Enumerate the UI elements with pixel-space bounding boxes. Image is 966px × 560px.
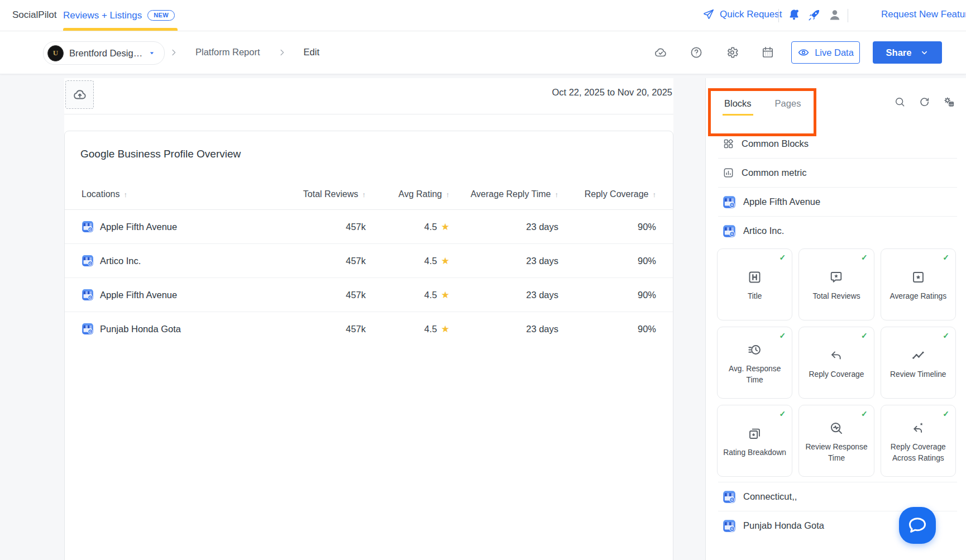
total-reviews-value: 457k [282, 324, 366, 334]
column-header-reply-coverage[interactable]: Reply Coverage ↑ [558, 189, 656, 199]
avg-reply-time-value: 23 days [449, 256, 558, 266]
tab-reviews-listings[interactable]: Reviews + Listings NEW [63, 0, 175, 31]
location-cell: Apple Fifth Avenue [82, 221, 282, 233]
check-icon: ✓ [943, 409, 949, 418]
brand-logo[interactable]: SocialPilot [12, 9, 56, 21]
top-nav: SocialPilot Reviews + Listings NEW Quick… [0, 0, 966, 31]
block-card-label: Reply Coverage Across Ratings [886, 442, 951, 463]
sidebar-header: Blocks Pages [706, 78, 966, 130]
block-card-total-reviews[interactable]: ✓ Total Reviews [798, 248, 874, 320]
sidebar-header-actions [894, 96, 955, 108]
location-cell: Punjab Honda Gota [82, 323, 282, 335]
total-reviews-value: 457k [282, 222, 366, 232]
report-toolbar: U Brentford Desig… Platform Report Edit [0, 31, 966, 74]
sidebar-item-label: Apple Fifth Avenue [743, 197, 820, 207]
cloud-saved-icon[interactable] [654, 46, 667, 59]
table-row: Apple Fifth Avenue 457k 4.5★ 23 days 90% [65, 210, 673, 244]
google-business-profile-icon [82, 323, 94, 335]
search-icon[interactable] [894, 96, 906, 108]
share-button[interactable]: Share [873, 41, 942, 64]
tab-label: Reviews + Listings [63, 10, 142, 21]
reply-arrow-icon [829, 348, 844, 363]
notifications-bell-icon[interactable] [787, 8, 801, 22]
breadcrumb: Platform Report Edit [169, 31, 319, 74]
check-icon: ✓ [861, 409, 868, 418]
block-card-review-response-time[interactable]: ✓ Review Response Time [798, 405, 874, 477]
block-card-average-ratings[interactable]: ✓ Average Ratings [881, 248, 956, 320]
report-canvas: Oct 22, 2025 to Nov 20, 2025 Google Busi… [64, 78, 673, 560]
star-square-icon [911, 270, 926, 285]
live-data-button[interactable]: Live Data [791, 41, 860, 64]
calendar-icon[interactable] [761, 46, 774, 59]
blocks-sidebar: Blocks Pages [705, 78, 966, 560]
block-card-reply-coverage[interactable]: ✓ Reply Coverage [798, 327, 874, 399]
chevron-down-icon [920, 49, 929, 57]
sidebar-item-common-metric[interactable]: Common metric [718, 159, 957, 188]
account-name: Brentford Desig… [69, 48, 142, 59]
paper-plane-icon [702, 8, 715, 21]
block-card-label: Average Ratings [890, 291, 946, 301]
refresh-icon[interactable] [919, 96, 930, 108]
rating-copy-star-icon [747, 426, 762, 441]
block-settings-icon[interactable] [943, 96, 955, 108]
sidebar-tabs: Blocks Pages [723, 98, 802, 116]
sidebar-item-location[interactable]: Apple Fifth Avenue [718, 188, 957, 217]
block-card-label: Total Reviews [812, 291, 860, 301]
avg-rating-value: 4.5★ [366, 289, 449, 301]
column-header-total-reviews[interactable]: Total Reviews ↑ [282, 189, 366, 199]
block-card-label: Reply Coverage [809, 369, 864, 380]
block-cards-grid: ✓ Title ✓ Total Reviews ✓ [717, 248, 956, 477]
sidebar-item-common-blocks[interactable]: Common Blocks [718, 130, 957, 159]
sort-arrow-icon[interactable]: ↑ [124, 190, 128, 199]
quick-request-button[interactable]: Quick Request [702, 8, 782, 21]
star-icon: ★ [441, 323, 449, 335]
block-card-label: Avg. Response Time [722, 363, 787, 385]
caret-down-icon [148, 49, 156, 57]
help-icon[interactable] [690, 46, 703, 59]
google-business-profile-icon [723, 519, 736, 533]
request-new-feature-link[interactable]: Request New Feature [881, 9, 966, 20]
table-row: Punjab Honda Gota 457k 4.5★ 23 days 90% [65, 312, 673, 346]
sidebar-item-location[interactable]: Artico Inc. [718, 217, 957, 245]
new-badge: NEW [147, 10, 175, 21]
column-header-locations[interactable]: Locations ↑ [82, 189, 282, 199]
reply-star-icon [911, 420, 926, 435]
quick-request-label: Quick Request [720, 9, 782, 20]
block-card-avg-response-time[interactable]: ✓ Avg. Response Time [717, 327, 792, 399]
header-divider [64, 114, 673, 114]
block-card-title[interactable]: ✓ Title [717, 248, 792, 320]
table-row: Artico Inc. 457k 4.5★ 23 days 90% [65, 244, 673, 278]
check-icon: ✓ [780, 253, 786, 262]
block-card-reply-coverage-across-ratings[interactable]: ✓ Reply Coverage Across Ratings [881, 405, 956, 477]
cloud-upload-icon [73, 88, 87, 102]
location-cell: Apple Fifth Avenue [82, 289, 282, 301]
total-reviews-value: 457k [282, 290, 366, 300]
column-header-average-reply-time[interactable]: Average Reply Time ↑ [449, 189, 558, 199]
logo-upload-dropzone[interactable] [65, 80, 94, 109]
block-card-label: Title [748, 291, 762, 301]
sort-arrow-icon[interactable]: ↑ [653, 190, 657, 199]
eye-icon [797, 46, 810, 59]
tab-blocks[interactable]: Blocks [723, 98, 753, 116]
google-business-profile-icon [82, 255, 94, 267]
block-card-review-timeline[interactable]: ✓ Review Timeline [881, 327, 956, 399]
column-header-avg-rating[interactable]: Avg Rating ↑ [366, 189, 449, 199]
profile-avatar-icon[interactable] [828, 8, 841, 22]
block-card-rating-breakdown[interactable]: ✓ Rating Breakdown [717, 405, 792, 477]
whats-new-rocket-icon[interactable] [807, 8, 821, 22]
clock-list-icon [747, 342, 762, 357]
total-reviews-value: 457k [282, 256, 366, 266]
reply-coverage-value: 90% [558, 256, 656, 266]
breadcrumb-edit: Edit [304, 47, 319, 58]
gbp-overview-card: Google Business Profile Overview Locatio… [64, 131, 673, 560]
nav-divider [848, 9, 848, 22]
breadcrumb-platform-report[interactable]: Platform Report [195, 47, 260, 58]
settings-gear-icon[interactable] [725, 46, 739, 59]
sidebar-item-label: Common Blocks [742, 138, 809, 149]
table-row: Apple Fifth Avenue 457k 4.5★ 23 days 90% [65, 278, 673, 312]
avg-rating-value: 4.5★ [366, 255, 449, 267]
account-selector[interactable]: U Brentford Desig… [43, 41, 165, 65]
tab-pages[interactable]: Pages [773, 98, 803, 116]
chat-widget-button[interactable] [899, 507, 936, 544]
block-card-label: Review Timeline [890, 369, 946, 380]
